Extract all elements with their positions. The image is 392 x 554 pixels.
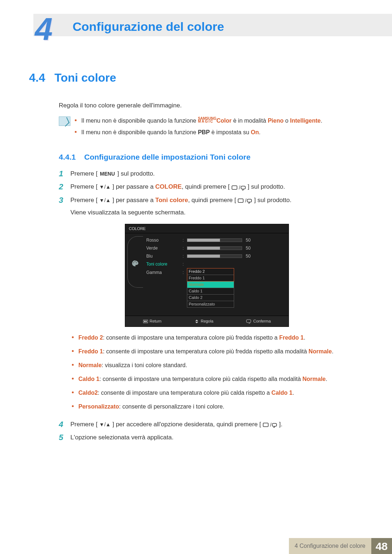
option-item: Freddo 1: consente di impostare una temp… xyxy=(70,347,370,356)
step: 2 Premere [ ▼/▲ ] per passare a COLORE, … xyxy=(59,182,370,192)
osd-row: Blu:50 xyxy=(146,252,289,260)
svg-text:/: / xyxy=(239,185,240,190)
step: 5L'opzione selezionata verrà applicata. xyxy=(59,433,370,442)
step: 3 Premere [ ▼/▲ ] per passare a Toni col… xyxy=(59,196,370,416)
osd-row: Toni colore: xyxy=(146,260,289,268)
svg-rect-16 xyxy=(272,423,277,426)
menu-button-label: MENU xyxy=(99,170,115,178)
osd-confirm: Conferma xyxy=(246,318,271,324)
updown-icon: ▼/▲ xyxy=(99,421,111,428)
footer-text: 4 Configurazione del colore xyxy=(289,538,371,554)
section-number: 4.4 xyxy=(29,69,54,86)
osd-return: Return xyxy=(143,318,162,324)
chapter-title: Configurazione del colore xyxy=(73,17,224,36)
updown-icon: ▼/▲ xyxy=(99,183,111,191)
option-item: Normale: visualizza i toni colore standa… xyxy=(70,361,370,370)
osd-row: Gamma: xyxy=(146,268,289,276)
option-item: Freddo 2: consente di impostare una temp… xyxy=(70,333,370,342)
enter-source-icon: / xyxy=(238,196,252,205)
chapter-number: 4 xyxy=(35,5,53,53)
note-item: Il menu non è disponibile quando la funz… xyxy=(73,128,370,137)
enter-source-icon: / xyxy=(232,182,246,192)
svg-rect-2 xyxy=(241,186,245,189)
svg-rect-11 xyxy=(144,321,145,322)
svg-text:/: / xyxy=(270,422,271,428)
svg-rect-5 xyxy=(247,199,252,202)
option-item: Personalizzato: consente di personalizza… xyxy=(70,402,370,411)
chapter-header: 4 Configurazione del colore xyxy=(0,0,392,44)
note-icon xyxy=(59,116,73,140)
osd-title: COLORE xyxy=(125,224,289,234)
page-footer: 4 Configurazione del colore 48 xyxy=(0,538,392,554)
svg-point-8 xyxy=(135,261,136,262)
subsection-heading: 4.4.1Configurazione delle impostazioni T… xyxy=(59,151,370,163)
note-block: Il menu non è disponibile quando la funz… xyxy=(59,116,370,140)
osd-screenshot: COLORE Rosso:50 Verde:50 Blu:50 Toni col… xyxy=(125,224,370,327)
svg-rect-14 xyxy=(263,423,268,427)
osd-row: Rosso:50 xyxy=(146,236,289,244)
svg-rect-3 xyxy=(238,199,243,202)
section-heading: 4.4Toni colore xyxy=(29,69,370,86)
option-item: Caldo2: consente di impostare una temper… xyxy=(70,389,370,397)
note-item: Il menu non è disponibile quando la funz… xyxy=(73,116,370,125)
updown-icon: ▼/▲ xyxy=(99,197,111,204)
svg-rect-13 xyxy=(246,320,251,323)
option-item: Caldo 1: consente di impostare una tempe… xyxy=(70,375,370,383)
svg-text:/: / xyxy=(245,198,246,204)
step: 1 Premere [ MENU ] sul prodotto. xyxy=(59,169,370,178)
section-intro: Regola il tono colore generale dell'imma… xyxy=(59,101,370,110)
section-title: Toni colore xyxy=(54,71,116,84)
subsection-title: Configurazione delle impostazioni Toni c… xyxy=(84,153,250,161)
osd-row: Verde:50 xyxy=(146,244,289,252)
enter-source-icon: / xyxy=(263,420,277,429)
svg-point-9 xyxy=(136,262,137,263)
palette-icon xyxy=(130,259,140,267)
step: 4 Premere [ ▼/▲ ] per accedere all'opzio… xyxy=(59,420,370,429)
svg-point-6 xyxy=(133,262,134,263)
svg-rect-12 xyxy=(146,321,147,322)
svg-point-7 xyxy=(134,261,135,262)
page-number: 48 xyxy=(371,538,392,554)
osd-adjust: Regola xyxy=(194,318,213,324)
svg-rect-0 xyxy=(232,186,237,189)
subsection-number: 4.4.1 xyxy=(59,151,84,163)
